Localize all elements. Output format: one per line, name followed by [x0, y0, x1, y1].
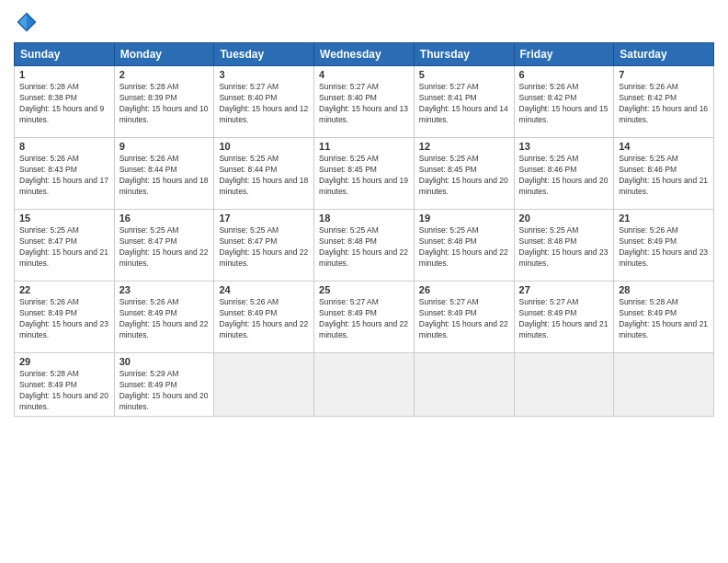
daylight-label: Daylight: 15 hours and 22 minutes.	[319, 247, 408, 268]
sunset-label: Sunset: 8:46 PM	[619, 165, 677, 174]
sunrise-label: Sunrise: 5:27 AM	[219, 82, 279, 91]
day-number: 13	[519, 141, 609, 152]
sunrise-label: Sunrise: 5:25 AM	[619, 154, 678, 163]
day-number: 20	[519, 213, 609, 224]
day-info: Sunrise: 5:25 AM Sunset: 8:48 PM Dayligh…	[519, 225, 609, 270]
daylight-label: Daylight: 15 hours and 20 minutes.	[19, 391, 108, 411]
day-number: 21	[619, 213, 709, 224]
day-number: 3	[219, 69, 309, 80]
day-info: Sunrise: 5:26 AM Sunset: 8:49 PM Dayligh…	[219, 297, 309, 341]
daylight-label: Daylight: 15 hours and 10 minutes.	[119, 104, 209, 124]
daylight-label: Daylight: 15 hours and 22 minutes.	[419, 247, 508, 268]
daylight-label: Daylight: 15 hours and 22 minutes.	[419, 319, 508, 339]
daylight-label: Daylight: 15 hours and 22 minutes.	[119, 319, 209, 339]
day-number: 5	[419, 69, 509, 80]
header	[14, 9, 714, 35]
calendar-cell: 15 Sunrise: 5:25 AM Sunset: 8:47 PM Dayl…	[15, 210, 115, 282]
day-number: 9	[119, 141, 210, 152]
daylight-label: Daylight: 15 hours and 20 minutes.	[519, 176, 609, 196]
calendar-col-sunday: Sunday	[15, 43, 115, 66]
sunrise-label: Sunrise: 5:26 AM	[619, 225, 678, 235]
sunset-label: Sunset: 8:49 PM	[119, 380, 177, 389]
daylight-label: Daylight: 15 hours and 23 minutes.	[619, 247, 708, 268]
calendar-week-row: 29 Sunrise: 5:28 AM Sunset: 8:49 PM Dayl…	[15, 353, 714, 417]
sunset-label: Sunset: 8:47 PM	[219, 236, 277, 246]
calendar-cell: 14 Sunrise: 5:25 AM Sunset: 8:46 PM Dayl…	[614, 138, 714, 210]
sunset-label: Sunset: 8:47 PM	[119, 236, 177, 246]
calendar-cell	[514, 353, 614, 417]
sunrise-label: Sunrise: 5:26 AM	[219, 297, 279, 306]
calendar-cell	[314, 353, 415, 417]
sunset-label: Sunset: 8:45 PM	[319, 165, 377, 174]
calendar-cell: 24 Sunrise: 5:26 AM Sunset: 8:49 PM Dayl…	[214, 282, 314, 353]
daylight-label: Daylight: 15 hours and 15 minutes.	[519, 104, 609, 124]
sunrise-label: Sunrise: 5:28 AM	[119, 82, 179, 91]
sunset-label: Sunset: 8:40 PM	[319, 93, 377, 102]
daylight-label: Daylight: 15 hours and 21 minutes.	[619, 319, 708, 339]
day-number: 29	[19, 356, 109, 367]
daylight-label: Daylight: 15 hours and 12 minutes.	[219, 104, 308, 124]
calendar-cell: 10 Sunrise: 5:25 AM Sunset: 8:44 PM Dayl…	[214, 138, 314, 210]
sunset-label: Sunset: 8:49 PM	[19, 308, 77, 317]
day-number: 10	[219, 141, 309, 152]
sunrise-label: Sunrise: 5:25 AM	[19, 225, 79, 235]
calendar-table: SundayMondayTuesdayWednesdayThursdayFrid…	[14, 42, 714, 417]
calendar-cell	[614, 353, 714, 417]
day-info: Sunrise: 5:25 AM Sunset: 8:45 PM Dayligh…	[319, 154, 409, 198]
day-info: Sunrise: 5:25 AM Sunset: 8:45 PM Dayligh…	[419, 154, 509, 198]
day-info: Sunrise: 5:28 AM Sunset: 8:39 PM Dayligh…	[119, 82, 210, 126]
day-info: Sunrise: 5:25 AM Sunset: 8:46 PM Dayligh…	[519, 154, 609, 198]
day-number: 30	[119, 356, 210, 367]
day-number: 7	[619, 69, 709, 80]
sunrise-label: Sunrise: 5:25 AM	[319, 154, 379, 163]
daylight-label: Daylight: 15 hours and 22 minutes.	[119, 247, 209, 268]
sunset-label: Sunset: 8:48 PM	[519, 236, 577, 246]
sunrise-label: Sunrise: 5:25 AM	[119, 225, 179, 235]
sunset-label: Sunset: 8:49 PM	[519, 308, 577, 317]
day-info: Sunrise: 5:26 AM Sunset: 8:49 PM Dayligh…	[619, 225, 709, 270]
calendar-col-wednesday: Wednesday	[314, 43, 415, 66]
sunset-label: Sunset: 8:45 PM	[419, 165, 477, 174]
sunset-label: Sunset: 8:48 PM	[319, 236, 377, 246]
calendar-cell: 22 Sunrise: 5:26 AM Sunset: 8:49 PM Dayl…	[15, 282, 115, 353]
sunrise-label: Sunrise: 5:25 AM	[419, 154, 479, 163]
day-number: 16	[119, 213, 210, 224]
day-info: Sunrise: 5:27 AM Sunset: 8:40 PM Dayligh…	[219, 82, 309, 126]
page: SundayMondayTuesdayWednesdayThursdayFrid…	[0, 0, 728, 563]
sunrise-label: Sunrise: 5:25 AM	[219, 154, 279, 163]
day-info: Sunrise: 5:26 AM Sunset: 8:49 PM Dayligh…	[119, 297, 210, 341]
day-info: Sunrise: 5:26 AM Sunset: 8:42 PM Dayligh…	[619, 82, 709, 126]
day-number: 8	[19, 141, 109, 152]
day-info: Sunrise: 5:25 AM Sunset: 8:47 PM Dayligh…	[119, 225, 210, 270]
calendar-cell: 2 Sunrise: 5:28 AM Sunset: 8:39 PM Dayli…	[114, 66, 214, 138]
calendar-cell: 25 Sunrise: 5:27 AM Sunset: 8:49 PM Dayl…	[314, 282, 415, 353]
sunrise-label: Sunrise: 5:29 AM	[119, 369, 179, 378]
calendar-cell: 23 Sunrise: 5:26 AM Sunset: 8:49 PM Dayl…	[114, 282, 214, 353]
sunset-label: Sunset: 8:49 PM	[319, 308, 377, 317]
sunset-label: Sunset: 8:41 PM	[419, 93, 477, 102]
day-info: Sunrise: 5:27 AM Sunset: 8:40 PM Dayligh…	[319, 82, 409, 126]
daylight-label: Daylight: 15 hours and 16 minutes.	[619, 104, 708, 124]
calendar-week-row: 1 Sunrise: 5:28 AM Sunset: 8:38 PM Dayli…	[15, 66, 714, 138]
calendar-header-row: SundayMondayTuesdayWednesdayThursdayFrid…	[15, 43, 714, 66]
calendar-cell: 29 Sunrise: 5:28 AM Sunset: 8:49 PM Dayl…	[15, 353, 115, 417]
day-info: Sunrise: 5:28 AM Sunset: 8:49 PM Dayligh…	[19, 369, 109, 413]
day-number: 12	[419, 141, 509, 152]
day-info: Sunrise: 5:28 AM Sunset: 8:38 PM Dayligh…	[19, 82, 109, 126]
sunrise-label: Sunrise: 5:26 AM	[19, 297, 79, 306]
day-info: Sunrise: 5:28 AM Sunset: 8:49 PM Dayligh…	[619, 297, 709, 341]
calendar-cell: 5 Sunrise: 5:27 AM Sunset: 8:41 PM Dayli…	[414, 66, 514, 138]
daylight-label: Daylight: 15 hours and 21 minutes.	[619, 176, 708, 196]
daylight-label: Daylight: 15 hours and 22 minutes.	[219, 319, 308, 339]
sunset-label: Sunset: 8:49 PM	[619, 236, 677, 246]
day-info: Sunrise: 5:26 AM Sunset: 8:49 PM Dayligh…	[19, 297, 109, 341]
calendar-cell: 4 Sunrise: 5:27 AM Sunset: 8:40 PM Dayli…	[314, 66, 415, 138]
day-info: Sunrise: 5:25 AM Sunset: 8:47 PM Dayligh…	[219, 225, 309, 270]
day-info: Sunrise: 5:25 AM Sunset: 8:44 PM Dayligh…	[219, 154, 309, 198]
sunrise-label: Sunrise: 5:26 AM	[519, 82, 579, 91]
day-info: Sunrise: 5:27 AM Sunset: 8:49 PM Dayligh…	[519, 297, 609, 341]
sunrise-label: Sunrise: 5:25 AM	[319, 225, 379, 235]
day-number: 2	[119, 69, 210, 80]
daylight-label: Daylight: 15 hours and 21 minutes.	[19, 247, 108, 268]
day-number: 25	[319, 284, 409, 295]
